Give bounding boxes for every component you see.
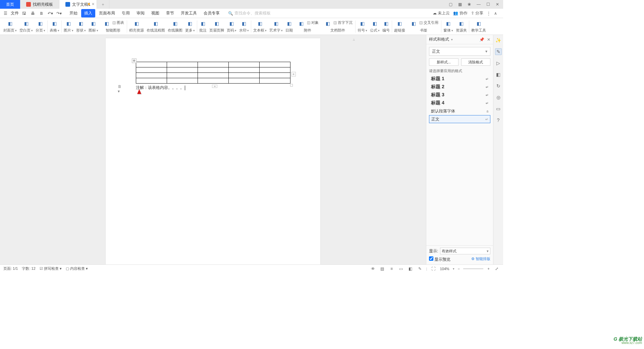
ribbon-符号[interactable]: ◧符号 [356, 18, 369, 35]
close-panel-icon[interactable]: ✕ [487, 37, 490, 42]
menu-item-5[interactable]: 视图 [148, 9, 162, 17]
menu-item-1[interactable]: 插入 [81, 9, 95, 17]
display-select[interactable]: 有效样式▾ [440, 248, 490, 254]
close-icon[interactable]: ✕ [92, 2, 95, 6]
select-icon[interactable]: ▷ [495, 60, 502, 66]
style-item-3[interactable]: 标题 4↵ [429, 99, 490, 107]
status-contentcheck[interactable]: ▢ 内容检查 ▾ [66, 266, 88, 271]
show-preview-checkbox[interactable]: 显示预览 [429, 257, 450, 262]
ribbon-日期[interactable]: ◧日期 [284, 18, 294, 35]
eye-icon[interactable]: 👁 [370, 266, 376, 272]
minimize-icon[interactable]: — [476, 1, 482, 7]
ribbon-图标[interactable]: ◧图标 [87, 18, 100, 35]
table-resize-handle[interactable] [290, 84, 293, 87]
ribbon-分页[interactable]: ◧分页 [34, 18, 47, 35]
close-window-icon[interactable]: ✕ [494, 1, 500, 7]
document-canvas[interactable]: ✥ ＋ ＋ 注解：该表格内容。。。。 🗎▾ ▵ [0, 35, 426, 264]
style-item-5[interactable]: 正文↵ [429, 115, 490, 123]
tab-document[interactable]: 文字文稿1 ✕ [59, 0, 97, 9]
book-icon[interactable]: ▭ [495, 105, 502, 112]
cloud-status[interactable]: ☁ 未上云 [433, 10, 450, 16]
file-menu[interactable]: 文件 [11, 10, 19, 16]
new-style-button[interactable]: 新样式... [429, 58, 459, 66]
save-icon[interactable]: 🖫 [21, 10, 28, 17]
skin-icon[interactable]: ❀ [466, 1, 472, 7]
search-box[interactable]: 🔍 查找命令、搜索模板 [228, 10, 271, 16]
zoom-in-button[interactable]: ＋ [487, 266, 490, 271]
menu-item-7[interactable]: 开发工具 [178, 9, 200, 17]
redo-icon[interactable]: ↷▾ [56, 10, 62, 17]
style-item-1[interactable]: 标题 2↵ [429, 83, 490, 91]
ribbon-形状[interactable]: ◧形状 [75, 18, 87, 35]
collapse-ribbon-icon[interactable]: ∧ [494, 11, 497, 16]
ribbon-附件[interactable]: ◧ [296, 20, 306, 27]
style-item-0[interactable]: 标题 1↵ [429, 75, 490, 83]
more-icon[interactable]: ⋮ [487, 11, 491, 16]
ribbon-文本框[interactable]: ◧文本框 [252, 18, 268, 35]
zoom-value[interactable]: 104% [440, 267, 449, 271]
menu-item-6[interactable]: 章节 [163, 9, 177, 17]
preview-icon[interactable]: 🗎 [38, 10, 45, 17]
edit-icon[interactable]: ✎ [417, 266, 423, 272]
menu-item-3[interactable]: 引用 [119, 9, 133, 17]
paragraph-options-icon[interactable]: 🗎▾ [118, 87, 122, 91]
share-button[interactable]: ⇪ 分享 [471, 10, 483, 16]
ribbon-稻壳资源[interactable]: ◧稻壳资源 [128, 18, 145, 35]
style-item-2[interactable]: 标题 3↵ [429, 91, 490, 99]
ribbon-空白页[interactable]: ◧空白页 [18, 18, 34, 35]
status-page[interactable]: 页面: 1/1 [3, 266, 18, 271]
ribbon-艺术字[interactable]: ◧艺术字 [268, 18, 284, 35]
print-icon[interactable]: 🖶 [30, 10, 36, 17]
ribbon-书签[interactable]: ◧ [409, 20, 419, 27]
ribbon-在线流程图[interactable]: ◧在线流程图 [145, 18, 166, 35]
view3-icon[interactable]: ▭ [398, 266, 404, 272]
style-item-4[interactable]: 默认段落字体a [429, 107, 490, 115]
styles-icon[interactable]: ✎ [495, 48, 502, 55]
ribbon-水印[interactable]: ◧水印 [238, 18, 250, 35]
ribbon-批注[interactable]: ◧批注 [198, 18, 208, 35]
menu-item-0[interactable]: 开始 [66, 9, 80, 17]
ribbon-图片[interactable]: ◧图片 [62, 18, 75, 35]
ribbon-教学工具[interactable]: ◧教学工具 [470, 18, 487, 35]
shapes-icon[interactable]: ◧ [495, 71, 502, 78]
ribbon-封面页[interactable]: ◧封面页 [2, 18, 18, 35]
layout-icon[interactable]: ▢ [447, 1, 453, 7]
ribbon-side-对象[interactable]: ◫ 对象 [307, 20, 319, 25]
ribbon-窗体[interactable]: ◧窗体 [442, 18, 454, 35]
hamburger-icon[interactable]: ☰ [2, 10, 9, 17]
ribbon-页码[interactable]: ◧页码 [225, 18, 238, 35]
ribbon-side-首字下沉[interactable]: ◫ 首字下沉 [333, 20, 353, 25]
undo-icon[interactable]: ↶▾ [47, 10, 54, 17]
add-row-button[interactable]: ＋ [212, 85, 217, 88]
ribbon-表格[interactable]: ◧表格 [48, 18, 61, 35]
maximize-icon[interactable]: ☐ [485, 1, 491, 7]
apps-icon[interactable]: ▦ [457, 1, 463, 7]
zoom-out-button[interactable]: − [458, 267, 460, 271]
magic-icon[interactable]: ✨ [495, 37, 502, 44]
zoom-slider[interactable] [463, 268, 483, 269]
ribbon-side-图表[interactable]: ◫ 图表 [112, 20, 124, 25]
ribbon-side-交叉引用[interactable]: ◫ 交叉引用 [419, 20, 438, 25]
pin-icon[interactable]: 📌 [479, 37, 484, 42]
add-column-button[interactable]: ＋ [291, 72, 296, 77]
help-icon[interactable]: ? [495, 117, 502, 123]
target-icon[interactable]: ◎ [495, 94, 502, 101]
ribbon-更多[interactable]: ◧更多 [184, 18, 196, 35]
view2-icon[interactable]: ≡ [389, 266, 395, 272]
current-style-select[interactable]: 正文▾ [429, 47, 490, 56]
view1-icon[interactable]: ▤ [379, 266, 385, 272]
ribbon-页眉页脚[interactable]: ◧页眉页脚 [208, 18, 225, 35]
clear-format-button[interactable]: 清除格式 [461, 58, 491, 66]
status-words[interactable]: 字数: 12 [22, 266, 35, 271]
table[interactable] [136, 62, 290, 84]
ribbon-文档部件[interactable]: ◧ [323, 20, 333, 27]
refresh-icon[interactable]: ↻ [495, 83, 502, 89]
ribbon-智能图形[interactable]: ◧ [102, 20, 112, 27]
expand-icon[interactable]: ⤢ [494, 266, 500, 272]
table-move-handle[interactable]: ✥ [132, 58, 137, 63]
ribbon-公式[interactable]: ◧公式 [369, 18, 381, 35]
ribbon-在线脑图[interactable]: ◧在线脑图 [166, 18, 184, 35]
status-spellcheck[interactable]: ☑ 拼写检查 ▾ [40, 266, 62, 271]
view4-icon[interactable]: ◧ [408, 266, 414, 272]
tab-home[interactable]: 首页 [0, 0, 20, 9]
